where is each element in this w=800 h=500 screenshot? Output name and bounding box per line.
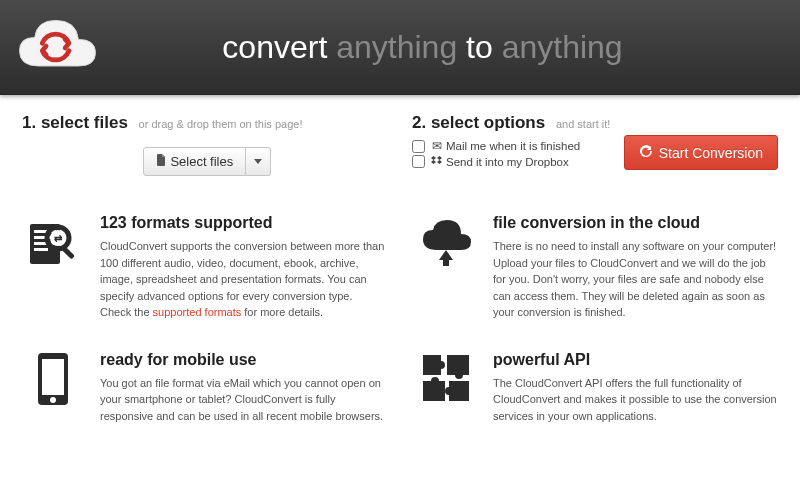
feature-formats-desc: CloudConvert supports the conversion bet…: [100, 238, 385, 321]
select-files-group: Select files: [143, 147, 272, 176]
logo: [10, 8, 105, 86]
tagline-prefix: convert: [222, 29, 336, 65]
option-dropbox-checkbox[interactable]: [412, 155, 425, 168]
start-conversion-label: Start Conversion: [659, 145, 763, 161]
mail-icon: ✉: [431, 139, 442, 153]
svg-text:⇄: ⇄: [54, 233, 63, 244]
feature-formats: ⇄ 123 formats supported CloudConvert sup…: [22, 214, 385, 321]
tagline-word-1: anything: [336, 29, 457, 65]
features-grid: ⇄ 123 formats supported CloudConvert sup…: [22, 214, 778, 424]
step-2-hint: and start it!: [556, 118, 610, 130]
svg-rect-8: [61, 246, 74, 259]
svg-rect-10: [42, 359, 64, 395]
dropbox-icon: [431, 156, 442, 168]
feature-cloud-desc: There is no need to install any software…: [493, 238, 778, 321]
feature-cloud-title: file conversion in the cloud: [493, 214, 778, 232]
select-files-dropdown-button[interactable]: [246, 147, 271, 176]
feature-api-title: powerful API: [493, 351, 778, 369]
option-mail-label: Mail me when it is finished: [446, 140, 580, 152]
tagline-word-2: anything: [502, 29, 623, 65]
smartphone-icon: [22, 351, 84, 413]
tagline: convert anything to anything: [105, 29, 780, 66]
feature-formats-desc-b: for more details.: [241, 306, 323, 318]
svg-point-11: [50, 397, 56, 403]
feature-api: powerful API The CloudConvert API offers…: [415, 351, 778, 425]
main: 1. select files or drag & drop them on t…: [0, 95, 800, 434]
feature-mobile-desc: You got an file format via eMail which y…: [100, 375, 385, 425]
header: convert anything to anything: [0, 0, 800, 95]
steps-row: 1. select files or drag & drop them on t…: [22, 113, 778, 176]
caret-down-icon: [254, 159, 262, 164]
feature-formats-title: 123 formats supported: [100, 214, 385, 232]
svg-rect-4: [34, 248, 48, 251]
document-magnify-icon: ⇄: [22, 214, 84, 276]
step-1: 1. select files or drag & drop them on t…: [22, 113, 392, 176]
option-dropbox-label: Send it into my Dropbox: [446, 156, 569, 168]
feature-cloud: file conversion in the cloud There is no…: [415, 214, 778, 321]
step-2-title: 2. select options and start it!: [412, 113, 778, 133]
step-2: 2. select options and start it! ✉ Mail m…: [412, 113, 778, 176]
select-files-label: Select files: [170, 154, 233, 169]
step-1-hint: or drag & drop them on this page!: [139, 118, 303, 130]
puzzle-icon: [415, 351, 477, 413]
feature-mobile-title: ready for mobile use: [100, 351, 385, 369]
cloud-upload-icon: [415, 214, 477, 276]
feature-mobile: ready for mobile use You got an file for…: [22, 351, 385, 425]
start-conversion-button[interactable]: Start Conversion: [624, 135, 778, 170]
file-icon: [156, 154, 167, 169]
tagline-mid: to: [457, 29, 501, 65]
select-files-button[interactable]: Select files: [143, 147, 247, 176]
option-mail-checkbox[interactable]: [412, 140, 425, 153]
step-2-title-text: 2. select options: [412, 113, 545, 132]
step-1-title: 1. select files or drag & drop them on t…: [22, 113, 392, 133]
step-1-title-text: 1. select files: [22, 113, 128, 132]
refresh-icon: [639, 144, 653, 161]
feature-api-desc: The CloudConvert API offers the full fun…: [493, 375, 778, 425]
supported-formats-link[interactable]: supported formats: [153, 306, 242, 318]
